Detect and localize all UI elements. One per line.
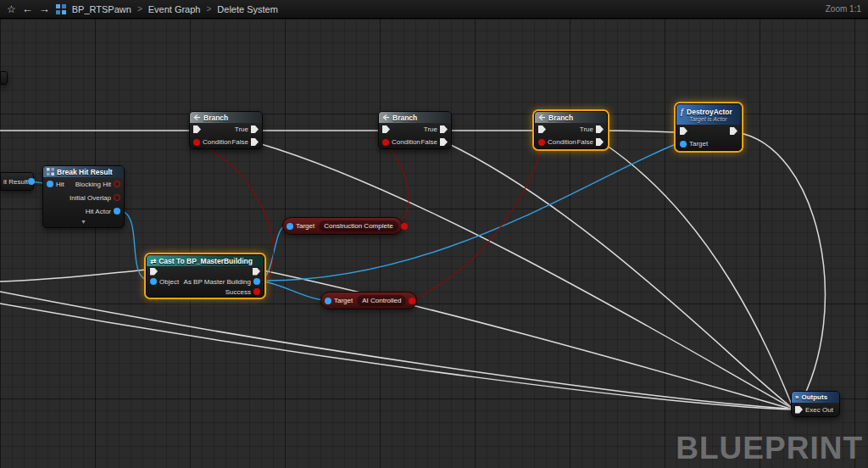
branch-icon <box>538 114 546 121</box>
pin-label: Condition <box>203 138 231 146</box>
branch-icon <box>382 114 390 121</box>
construction-complete-node[interactable]: Target Construction Complete <box>282 217 403 235</box>
exec-out-pin[interactable] <box>795 406 803 414</box>
pin-label: Hit <box>56 181 64 188</box>
pin-label: False <box>420 138 437 146</box>
hit-input-pin[interactable] <box>47 181 53 187</box>
pin-label: Success <box>225 288 251 296</box>
as-bp-master-building-pin[interactable] <box>253 278 260 285</box>
breadcrumb-delete-system[interactable]: Delete System <box>217 4 278 14</box>
cast-header: ⇄ Cast To BP_MasterBuilding <box>147 255 264 266</box>
zoom-level: Zoom 1:1 <box>826 4 861 14</box>
target-pin[interactable] <box>287 223 293 230</box>
pin-label: Condition <box>392 138 420 146</box>
breadcrumb-separator: > <box>206 4 211 14</box>
pin-label: Target <box>689 140 708 148</box>
favorite-star-icon[interactable]: ☆ <box>7 0 16 19</box>
target-pin[interactable] <box>325 298 331 304</box>
expand-arrow[interactable]: ▼ <box>43 218 124 227</box>
pin-label: Exec Out <box>805 406 833 414</box>
true-exec-pin[interactable] <box>251 125 259 133</box>
cast-node[interactable]: ⇄ Cast To BP_MasterBuilding Object As BP… <box>146 254 264 298</box>
pin-label: As BP Master Building <box>184 278 251 286</box>
exec-in-pin[interactable] <box>382 125 390 133</box>
pin-label: Target <box>296 222 314 230</box>
wire-layer <box>0 19 868 468</box>
node-title: DestroyActor <box>687 108 732 116</box>
true-exec-pin[interactable] <box>596 125 604 133</box>
hit-result-out-pin[interactable] <box>28 178 35 185</box>
object-pin[interactable] <box>150 278 157 285</box>
pin-label: Object <box>159 278 179 286</box>
node-subtitle: Target is Actor <box>689 116 727 122</box>
pin-label: True <box>580 125 593 133</box>
pin-label: Hit Actor <box>86 208 111 215</box>
partial-node-label: it Result <box>3 178 28 186</box>
branch-header: Branch <box>379 112 451 123</box>
break-hit-result-header: Break Hit Result <box>43 166 124 177</box>
false-exec-pin[interactable] <box>251 138 259 146</box>
true-exec-pin[interactable] <box>440 125 448 133</box>
return-value-pin[interactable] <box>409 298 415 304</box>
exec-in-pin[interactable] <box>150 268 158 276</box>
exec-out-pin[interactable] <box>253 268 260 276</box>
branch-node-2[interactable]: Branch True Condition False <box>378 111 452 149</box>
function-icon: ƒ <box>680 108 684 116</box>
hit-actor-pin[interactable] <box>114 208 120 214</box>
node-title: Cast To BP_MasterBuilding <box>159 257 253 265</box>
branch-node-3[interactable]: Branch True Condition False <box>534 111 608 149</box>
initial-overlap-pin[interactable] <box>114 194 120 201</box>
target-pin[interactable] <box>680 141 687 148</box>
node-title: Branch <box>203 114 228 122</box>
breadcrumb-root[interactable]: BP_RTSPawn <box>72 4 131 14</box>
node-title: Construction Complete <box>324 222 392 230</box>
success-pin[interactable] <box>253 288 260 295</box>
outputs-icon: » <box>795 393 798 401</box>
cast-icon: ⇄ <box>150 257 156 265</box>
exec-in-pin[interactable] <box>538 125 546 133</box>
branch-node-1[interactable]: Branch True Condition False <box>189 111 263 149</box>
break-struct-icon <box>47 168 54 176</box>
false-exec-pin[interactable] <box>596 138 604 146</box>
blueprint-watermark: BLUEPRINT <box>676 431 863 466</box>
condition-pin[interactable] <box>538 139 545 146</box>
node-title: Branch <box>392 114 417 122</box>
pin-label: Initial Overlap <box>70 194 111 202</box>
exec-in-pin[interactable] <box>193 125 201 133</box>
ai-controlled-node[interactable]: Target AI Controlled <box>320 292 417 309</box>
pin-label: True <box>235 125 248 133</box>
node-title: AI Controlled <box>362 297 401 304</box>
branch-header: Branch <box>535 112 607 123</box>
pin-label: Target <box>334 297 353 304</box>
node-title: Branch <box>548 114 573 122</box>
branch-icon <box>193 114 201 121</box>
branch-header: Branch <box>190 112 262 123</box>
return-value-pin[interactable] <box>401 223 408 230</box>
partial-node-top[interactable] <box>0 71 8 85</box>
destroy-actor-node[interactable]: ƒ DestroyActor Target is Actor Target <box>676 103 742 151</box>
pin-label: True <box>424 125 437 133</box>
pin-label: False <box>231 138 248 146</box>
exec-in-pin[interactable] <box>680 127 687 135</box>
destroy-actor-header: ƒ DestroyActor Target is Actor <box>676 104 741 125</box>
blueprint-grid-icon <box>56 4 66 14</box>
false-exec-pin[interactable] <box>440 138 448 146</box>
breadcrumb-event-graph[interactable]: Event Graph <box>148 4 201 14</box>
blocking-hit-pin[interactable] <box>114 181 120 187</box>
pin-label: False <box>576 138 593 146</box>
blueprint-editor: ☆ ← → BP_RTSPawn > Event Graph > Delete … <box>0 0 868 468</box>
pin-label: Blocking Hit <box>75 181 111 188</box>
node-title: Outputs <box>801 393 827 401</box>
exec-out-pin[interactable] <box>730 127 737 135</box>
event-graph-canvas[interactable]: it Result Break Hit Result Hit Blocking … <box>0 19 868 468</box>
pin-label: Condition <box>548 138 576 146</box>
condition-pin[interactable] <box>382 139 389 146</box>
node-title: Break Hit Result <box>57 168 113 176</box>
condition-pin[interactable] <box>193 139 200 146</box>
forward-icon[interactable]: → <box>39 0 50 19</box>
break-hit-result-node[interactable]: Break Hit Result Hit Blocking Hit Initia… <box>42 165 125 228</box>
breadcrumb-separator: > <box>137 4 142 14</box>
outputs-node[interactable]: » Outputs Exec Out <box>791 391 840 417</box>
back-icon[interactable]: ← <box>22 0 33 19</box>
partial-hit-result-node[interactable]: it Result <box>0 172 34 191</box>
